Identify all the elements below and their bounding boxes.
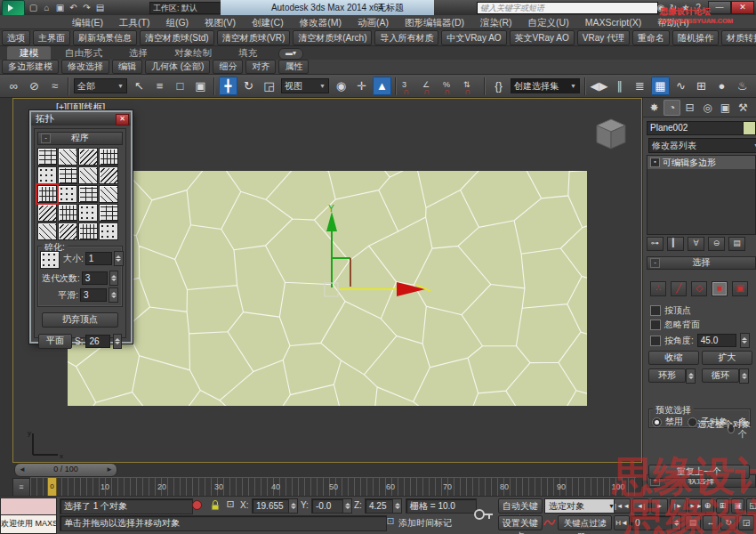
pattern-mosaic[interactable] (99, 204, 118, 222)
by-angle-checkbox[interactable]: 按角度: 45.0 (650, 333, 750, 348)
discard-verts-button[interactable]: 扔弃顶点 (42, 312, 118, 328)
redo-icon[interactable]: ↷ (80, 2, 93, 13)
curve-editor-icon[interactable]: ∿ (672, 77, 690, 95)
material-editor-icon[interactable]: ● (712, 77, 731, 95)
script-button-11[interactable]: 随机操作 (672, 30, 719, 45)
select-and-link-icon[interactable]: ∞ (4, 77, 23, 95)
modifier-stack[interactable]: ▪ 可编辑多边形 (647, 155, 756, 235)
ribbon-tab-3[interactable]: 对象绘制 (162, 46, 224, 60)
pattern-grid[interactable] (58, 204, 77, 222)
new-scene-icon[interactable]: ▢ (27, 2, 40, 13)
menu-item-3[interactable]: 视图(V) (197, 15, 244, 29)
ribbon-panel-1[interactable]: 修改选择 (61, 60, 109, 74)
menu-item-4[interactable]: 创建(C) (244, 15, 292, 29)
zoom-icon[interactable]: ⊕ (701, 498, 714, 514)
iterations-spinner[interactable] (109, 271, 118, 286)
selected-filter-dropdown[interactable]: 选定对象▼ (544, 498, 619, 514)
ring-button[interactable]: 环形 (648, 368, 686, 383)
ribbon-panel-3[interactable]: 几何体 (全部) (145, 60, 210, 74)
subobject-expand-icon[interactable]: ▪ (650, 158, 660, 167)
script-button-0[interactable]: 选项 (2, 30, 30, 45)
rollout-selection[interactable]: - 选择 (647, 256, 756, 270)
pattern-panels[interactable] (99, 185, 118, 203)
configure-modifier-sets-icon[interactable]: ▤ (728, 237, 745, 251)
save-file-icon[interactable]: ▣ (53, 2, 67, 13)
script-button-4[interactable]: 清空材质球(VR) (217, 30, 291, 45)
unlink-selection-icon[interactable]: ⊘ (25, 77, 44, 95)
open-mini-curve-editor-button[interactable]: ≡ (12, 478, 30, 497)
select-object-icon[interactable]: ↖ (130, 77, 149, 95)
current-frame-marker[interactable]: 0 (47, 477, 57, 498)
x-spinner[interactable] (288, 498, 298, 514)
ribbon-panel-4[interactable]: 细分 (213, 60, 243, 74)
select-and-scale-icon[interactable]: ◲ (260, 77, 278, 95)
y-spinner[interactable] (342, 498, 352, 514)
script-button-8[interactable]: 英文VRay AO (510, 30, 575, 45)
plane-object-voronoi-mesh[interactable]: Y (68, 171, 587, 406)
script-button-7[interactable]: 中文VRay AO (441, 30, 506, 45)
ribbon-tab-0[interactable]: 建模 (7, 46, 51, 60)
ribbon-minimize-icon[interactable]: ▬▾ (278, 48, 303, 60)
select-and-move-icon[interactable]: ╋ (219, 77, 237, 95)
ring-spinner[interactable] (686, 368, 696, 384)
rectangular-selection-region-icon[interactable]: □ (171, 77, 189, 95)
next-frame-icon[interactable]: |► (670, 498, 687, 514)
use-pivot-point-icon[interactable]: ◉ (332, 77, 350, 95)
by-vertex-checkbox[interactable]: 按顶点 (650, 304, 691, 317)
modifier-list-dropdown[interactable]: 修改器列表▼ (648, 138, 756, 153)
edge-mode-icon[interactable]: ╱ (671, 281, 687, 296)
element-mode-icon[interactable]: ▣ (732, 281, 748, 296)
pattern-lattice[interactable] (99, 166, 118, 184)
mirror-icon[interactable]: ◀▶ (590, 77, 608, 95)
pattern-columns[interactable] (37, 222, 57, 240)
collapse-icon[interactable]: - (650, 258, 660, 268)
tab-motion[interactable]: ◎ (699, 100, 716, 116)
object-color-swatch[interactable] (743, 121, 756, 135)
spinner-snap-icon[interactable]: ⇅∩ (462, 77, 480, 95)
z-spinner[interactable] (392, 498, 402, 514)
border-mode-icon[interactable]: ◇ (691, 281, 707, 296)
smooth-field[interactable]: 3 (80, 288, 107, 302)
menu-item-8[interactable]: 渲染(R) (472, 15, 520, 29)
undo-icon[interactable]: ↶ (67, 2, 80, 13)
key-step-icon[interactable]: H◄ (614, 515, 630, 530)
angle-spinner[interactable] (740, 333, 750, 348)
polygon-mode-icon[interactable]: ■ (712, 281, 728, 296)
selection-filter-combo[interactable]: 全部▼ (74, 78, 127, 93)
time-slider-next-icon[interactable]: ► (103, 464, 116, 475)
align-icon[interactable]: ∥ (610, 77, 629, 95)
stack-item-editable-poly[interactable]: ▪ 可编辑多边形 (647, 156, 755, 169)
move-gizmo[interactable]: Y (283, 205, 434, 347)
select-and-manipulate-icon[interactable]: ✛ (352, 77, 371, 95)
object-name-field[interactable]: Plane002 (647, 121, 746, 135)
pattern-bars[interactable] (99, 222, 118, 240)
pattern-voronoi[interactable] (37, 185, 57, 203)
viewcube-icon[interactable] (584, 115, 632, 156)
smooth-spinner[interactable] (109, 287, 118, 303)
time-slider[interactable]: ◄ 0 / 100 ► (14, 463, 117, 477)
pattern-shards[interactable] (58, 166, 77, 184)
ribbon-panel-5[interactable]: 对齐 (245, 60, 276, 74)
ribbon-tab-1[interactable]: 自由形式 (52, 46, 115, 60)
script-button-1[interactable]: 主界面 (33, 30, 70, 45)
loop-button[interactable]: 循环 (702, 368, 739, 383)
size-spinner[interactable] (114, 251, 124, 266)
window-crossing-icon[interactable]: ▣ (191, 77, 210, 95)
zoom-extents-all-icon[interactable]: ◱ (746, 498, 756, 514)
menu-item-10[interactable]: MAXScript(X) (577, 15, 650, 29)
menu-item-0[interactable]: 编辑(E) (64, 15, 111, 29)
size-field[interactable]: 1 (85, 252, 112, 265)
set-key-button[interactable]: 设置关键点 (498, 515, 543, 530)
menu-item-2[interactable]: 组(G) (157, 15, 197, 29)
time-tag-icon[interactable]: ⊡ (384, 515, 397, 527)
select-by-name-icon[interactable]: ≡ (150, 77, 169, 95)
loop-spinner[interactable] (739, 368, 749, 384)
previous-frame-icon[interactable]: ◄| (632, 498, 649, 514)
s-spinner[interactable] (113, 334, 122, 349)
keyboard-shortcut-override-icon[interactable]: ▲ (373, 77, 391, 95)
auto-key-button[interactable]: 自动关键点 (498, 498, 543, 514)
repeat-last-button[interactable]: 重复上一个 (648, 465, 750, 479)
script-button-5[interactable]: 清空材质球(Arch) (293, 30, 372, 45)
show-end-result-icon[interactable]: ▎ (667, 237, 684, 251)
angle-field[interactable]: 45.0 (697, 334, 736, 347)
